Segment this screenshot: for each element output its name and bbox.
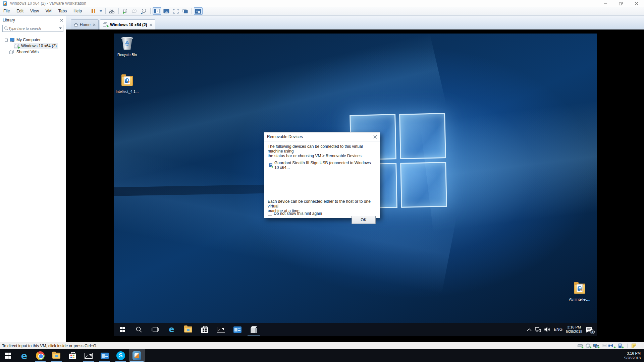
device-list-item[interactable]: Guardant Stealth III Sign USB (connected… xyxy=(269,161,376,170)
mail-icon xyxy=(85,353,93,359)
action-center-button[interactable]: 4 xyxy=(586,327,592,333)
window-controls xyxy=(598,0,644,7)
desktop-icon-label: Recycle Bin xyxy=(114,53,140,57)
tray-chevron-up-icon[interactable] xyxy=(527,328,532,331)
menu-edit[interactable]: Edit xyxy=(13,7,27,15)
search-dropdown-icon[interactable] xyxy=(59,27,62,29)
revert-clock-icon xyxy=(131,8,138,14)
menu-view[interactable]: View xyxy=(27,7,42,15)
host-store-button[interactable] xyxy=(64,349,80,362)
manage-snapshots-button[interactable] xyxy=(140,7,148,15)
vm-store-button[interactable] xyxy=(196,323,213,336)
menu-tabs[interactable]: Tabs xyxy=(55,7,70,15)
library-search-input[interactable] xyxy=(8,26,58,31)
printer-status-icon[interactable] xyxy=(601,343,608,348)
tree-item-selected: Windows 10 x64 (2) xyxy=(14,43,58,49)
tree-item-my-computer[interactable]: My Computer xyxy=(0,37,66,43)
show-library-button[interactable] xyxy=(153,7,161,15)
usb-device-status-icon[interactable] xyxy=(618,343,624,348)
host-start-button[interactable] xyxy=(0,349,16,362)
sound-status-icon[interactable] xyxy=(609,343,616,348)
vm-edge-button[interactable]: e xyxy=(163,323,180,336)
menu-vm[interactable]: VM xyxy=(42,7,55,15)
file-explorer-icon xyxy=(184,326,192,333)
vm-taskbar: e ENG 3:16 PM 5/ xyxy=(114,323,597,336)
menu-file[interactable]: File xyxy=(0,7,13,15)
toolbar-separator xyxy=(150,8,151,14)
host-file-explorer-button[interactable] xyxy=(48,349,64,362)
vm-console-area[interactable]: Recycle Bin Intellect_4.1... xyxy=(66,29,644,342)
people-card-icon xyxy=(233,326,241,333)
language-indicator[interactable]: ENG xyxy=(554,327,562,332)
desktop-icon-atmintellect[interactable]: AtmIntellec... xyxy=(567,281,593,301)
vm-file-explorer-button[interactable] xyxy=(180,323,196,336)
show-thumbnail-bar-button[interactable] xyxy=(194,7,203,15)
host-chrome-button[interactable] xyxy=(32,349,48,362)
host-edge-button[interactable]: e xyxy=(16,349,32,362)
desktop-icon-intellect[interactable]: Intellect_4.1... xyxy=(114,73,140,94)
volume-icon[interactable] xyxy=(544,327,550,332)
edge-icon: e xyxy=(169,325,174,334)
hint-checkbox-row[interactable]: Do not show this hint again xyxy=(268,211,322,216)
collapse-icon[interactable] xyxy=(5,39,8,42)
host-skype-button[interactable]: S xyxy=(113,349,129,362)
vm-screen[interactable]: Recycle Bin Intellect_4.1... xyxy=(114,34,597,336)
unity-mode-button[interactable] xyxy=(181,7,190,15)
full-screen-button[interactable] xyxy=(171,7,180,15)
tree-item-windows-10-x64-2[interactable]: Windows 10 x64 (2) xyxy=(0,43,66,49)
tab-windows-10-x64-2[interactable]: Windows 10 x64 (2) xyxy=(100,19,155,29)
vm-running-icon xyxy=(14,44,19,48)
tab-home[interactable]: Home xyxy=(71,19,99,29)
console-view-icon xyxy=(163,9,169,13)
do-not-show-checkbox[interactable] xyxy=(268,212,272,216)
tab-close-button[interactable] xyxy=(150,23,152,26)
snapshot-manager-icon xyxy=(141,8,147,14)
host-mail-button[interactable] xyxy=(80,349,97,362)
windows-start-icon xyxy=(120,327,125,332)
vm-clock[interactable]: 3:16 PM 5/28/2018 xyxy=(566,325,582,334)
ok-button[interactable]: OK xyxy=(352,216,376,224)
hard-disk-status-icon[interactable] xyxy=(577,343,584,348)
send-ctrl-alt-del-button[interactable] xyxy=(108,7,116,15)
people-card-icon xyxy=(101,353,109,359)
vm-installer-app-button[interactable] xyxy=(246,323,262,336)
tab-close-button[interactable] xyxy=(93,23,96,26)
installer-app-icon xyxy=(251,326,257,333)
library-close-button[interactable] xyxy=(60,19,63,22)
message-log-icon[interactable] xyxy=(631,343,637,348)
take-snapshot-button[interactable] xyxy=(121,7,129,15)
suspend-dropdown-button[interactable] xyxy=(99,7,103,15)
ctrl-alt-del-icon xyxy=(109,8,115,14)
vm-people-app-button[interactable] xyxy=(229,323,246,336)
host-people-app-button[interactable] xyxy=(97,349,113,362)
vm-mail-button[interactable] xyxy=(213,323,229,336)
vm-date: 5/28/2018 xyxy=(566,329,582,334)
menu-help[interactable]: Help xyxy=(70,7,85,15)
console-view-button[interactable] xyxy=(162,7,171,15)
tree-item-shared-vms[interactable]: Shared VMs xyxy=(0,49,66,55)
revert-snapshot-button[interactable] xyxy=(130,7,139,15)
minimize-button[interactable] xyxy=(598,0,613,7)
dialog-close-button[interactable] xyxy=(373,135,377,139)
network-adapter-status-icon[interactable] xyxy=(593,343,600,348)
shared-vms-icon xyxy=(9,50,15,54)
window-title: Windows 10 x64 (2) - VMware Workstation xyxy=(10,1,86,6)
mail-icon xyxy=(217,327,225,333)
vmware-workstation-window: Windows 10 x64 (2) - VMware Workstation … xyxy=(0,0,644,362)
host-clock[interactable]: 3:16 PM 5/28/2018 xyxy=(624,349,644,362)
vm-task-view-button[interactable] xyxy=(147,323,163,336)
library-panel-icon xyxy=(154,9,160,13)
main-area: Library My Computer Windows 10 xyxy=(0,16,644,342)
cd-dvd-status-icon[interactable] xyxy=(585,343,592,348)
dialog-title-bar[interactable]: Removable Devices xyxy=(264,132,380,141)
suspend-button[interactable] xyxy=(89,7,98,15)
host-vmware-button[interactable] xyxy=(129,349,145,362)
network-icon[interactable] xyxy=(535,327,541,332)
library-search-box xyxy=(2,25,63,32)
vm-search-button[interactable] xyxy=(130,323,147,336)
restore-button[interactable] xyxy=(613,0,629,7)
close-button[interactable] xyxy=(629,0,644,7)
vm-start-button[interactable] xyxy=(114,323,130,336)
status-separator xyxy=(627,344,628,348)
desktop-icon-recycle-bin[interactable]: Recycle Bin xyxy=(114,36,140,57)
